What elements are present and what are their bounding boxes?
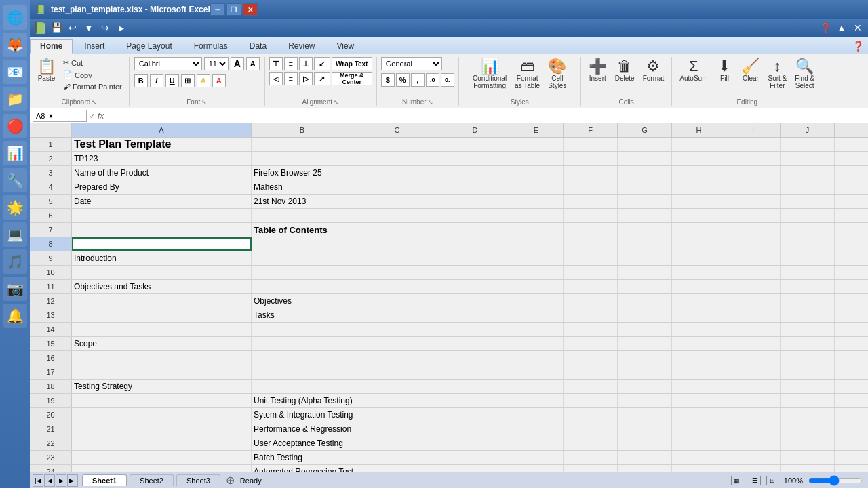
cell-i2[interactable] [726, 152, 781, 165]
align-bottom-button[interactable]: ⊥ [299, 57, 313, 70]
clear-button[interactable]: 🧹 Clear [738, 57, 763, 84]
cell-j13[interactable] [781, 308, 835, 322]
comma-button[interactable]: , [411, 73, 425, 87]
row-number-21[interactable]: 21 [30, 422, 72, 436]
cell-e8[interactable] [509, 237, 564, 251]
cell-c3[interactable] [353, 166, 441, 180]
cell-i14[interactable] [726, 323, 781, 336]
cell-b19[interactable]: Unit Testing (Alpha Testing) [252, 394, 353, 407]
bold-button[interactable]: B [134, 74, 148, 87]
cell-a8[interactable] [72, 237, 252, 251]
cell-c17[interactable] [353, 365, 441, 379]
os-icon-2[interactable]: 📧 [3, 60, 27, 84]
cell-f1[interactable] [564, 138, 618, 151]
cell-f12[interactable] [564, 294, 618, 308]
cell-b3[interactable]: Firefox Browser 25 [252, 166, 353, 180]
paste-button[interactable]: 📋 Paste [34, 57, 59, 84]
cell-c16[interactable] [353, 351, 441, 365]
first-sheet-button[interactable]: |◀ [33, 474, 43, 487]
cell-a21[interactable] [72, 422, 252, 436]
cell-d9[interactable] [441, 251, 509, 265]
row-number-2[interactable]: 2 [30, 152, 72, 165]
os-icon-5[interactable]: 📊 [3, 141, 27, 165]
cell-j10[interactable] [781, 266, 835, 279]
cell-a2[interactable]: TP123 [72, 152, 252, 165]
number-expand[interactable]: ⤡ [428, 99, 433, 106]
tab-data[interactable]: Data [239, 39, 277, 54]
cell-h20[interactable] [672, 408, 726, 422]
cell-d13[interactable] [441, 308, 509, 322]
underline-button[interactable]: U [165, 74, 179, 87]
cell-b16[interactable] [252, 351, 353, 365]
cell-e3[interactable] [509, 166, 564, 180]
cell-i3[interactable] [726, 166, 781, 180]
help-button[interactable]: ❓ [818, 21, 833, 35]
cell-g15[interactable] [618, 337, 672, 350]
cell-j4[interactable] [781, 180, 835, 194]
row-number-14[interactable]: 14 [30, 323, 72, 336]
cell-j21[interactable] [781, 422, 835, 436]
row-number-16[interactable]: 16 [30, 351, 72, 365]
cell-i21[interactable] [726, 422, 781, 436]
col-header-a[interactable]: A [72, 123, 252, 137]
last-sheet-button[interactable]: ▶| [67, 474, 78, 487]
alignment-expand[interactable]: ⤡ [334, 99, 339, 106]
cell-j24[interactable] [781, 465, 835, 472]
cell-i24[interactable] [726, 465, 781, 472]
indent-increase-button[interactable]: ↗ [314, 72, 330, 85]
cell-g24[interactable] [618, 465, 672, 472]
cell-h9[interactable] [672, 251, 726, 265]
cell-f22[interactable] [564, 436, 618, 450]
align-middle-button[interactable]: ≡ [284, 57, 298, 70]
cell-c11[interactable] [353, 280, 441, 293]
cell-c12[interactable] [353, 294, 441, 308]
os-icon-8[interactable]: 💻 [3, 222, 27, 247]
cell-c19[interactable] [353, 394, 441, 407]
cell-i5[interactable] [726, 195, 781, 208]
formula-expand-button[interactable]: ⤢ [90, 112, 95, 119]
cell-c18[interactable] [353, 380, 441, 393]
cell-a1[interactable]: Test Plan Template [72, 138, 252, 151]
cell-f16[interactable] [564, 351, 618, 365]
cell-g16[interactable] [618, 351, 672, 365]
cell-h17[interactable] [672, 365, 726, 379]
normal-view-button[interactable]: ▦ [731, 476, 743, 485]
row-number-23[interactable]: 23 [30, 451, 72, 464]
row-number-5[interactable]: 5 [30, 195, 72, 208]
cell-g2[interactable] [618, 152, 672, 165]
formula-input[interactable] [106, 110, 865, 122]
cell-b4[interactable]: Mahesh [252, 180, 353, 194]
cell-f10[interactable] [564, 266, 618, 279]
cell-b8[interactable] [252, 237, 353, 251]
cell-f19[interactable] [564, 394, 618, 407]
font-color-button[interactable]: A [212, 74, 226, 87]
cell-h13[interactable] [672, 308, 726, 322]
col-header-f[interactable]: F [564, 123, 618, 137]
cell-b24[interactable]: Automated Regression Testing [252, 465, 353, 472]
cell-j19[interactable] [781, 394, 835, 407]
cell-j17[interactable] [781, 365, 835, 379]
cell-i7[interactable] [726, 223, 781, 237]
os-icon-11[interactable]: 🔔 [3, 304, 27, 328]
cell-g21[interactable] [618, 422, 672, 436]
cell-j9[interactable] [781, 251, 835, 265]
cell-b22[interactable]: User Acceptance Testing [252, 436, 353, 450]
row-number-11[interactable]: 11 [30, 280, 72, 293]
tab-home[interactable]: Home [30, 39, 73, 54]
close-button[interactable]: ✕ [243, 3, 258, 16]
cell-e19[interactable] [509, 394, 564, 407]
cell-a17[interactable] [72, 365, 252, 379]
cell-g14[interactable] [618, 323, 672, 336]
cell-f14[interactable] [564, 323, 618, 336]
cell-a12[interactable] [72, 294, 252, 308]
cell-g6[interactable] [618, 209, 672, 222]
font-size-select[interactable]: 11 8 9 10 12 14 16 [204, 57, 229, 70]
cell-d24[interactable] [441, 465, 509, 472]
cell-a4[interactable]: Prepared By [72, 180, 252, 194]
cell-g4[interactable] [618, 180, 672, 194]
cell-a11[interactable]: Objectives and Tasks [72, 280, 252, 293]
cell-j12[interactable] [781, 294, 835, 308]
number-format-select[interactable]: General Number Currency Date Text [381, 57, 442, 70]
cell-d7[interactable] [441, 223, 509, 237]
cell-d5[interactable] [441, 195, 509, 208]
